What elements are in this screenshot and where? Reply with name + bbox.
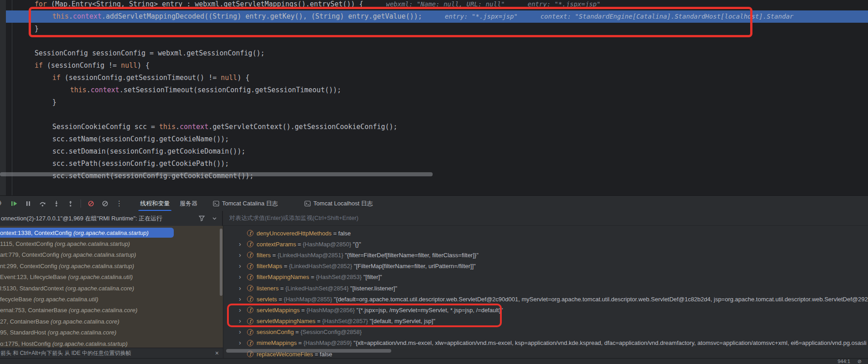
thread-selector[interactable]: onnection(2)-127.0.0.1"@1,969 在组"RMI Run… [0,211,223,226]
expand-chevron-icon[interactable]: › [239,251,246,258]
code-token: .setSessionTimeout(sessionConfig.getSess… [119,86,341,94]
frame-row[interactable]: 95, StandardHost (org.apache.catalina.co… [0,327,223,338]
variable-name: servletMappingNames [257,318,315,324]
variable-row[interactable]: ›ffilterMappingNames = {HashSet@2853} "[… [223,272,868,283]
tab-label: 线程和变量 [140,199,170,208]
code-line[interactable]: this.context.setSessionTimeout(sessionCo… [0,84,868,96]
code-line[interactable]: SessionCookieConfig scc = this.context.g… [0,121,868,133]
variable-type-ref: {HashMap@2856} [306,307,356,314]
frame-row[interactable]: Event:123, LifecycleBase (org.apache.cat… [0,272,223,283]
variable-name: servletMappings [257,307,300,314]
variable-row[interactable]: ›flisteners = {LinkedHashSet@2854} "[lis… [223,283,868,294]
variable-value: "{}" [353,241,361,248]
frames-vertical-scrollbar[interactable] [220,229,222,296]
variable-row[interactable]: ›ffilterMaps = {LinkedHashSet@2852} "[Fi… [223,261,868,272]
frame-row[interactable]: fecycleBase (org.apache.catalina.util) [0,294,223,304]
expand-chevron-icon[interactable]: › [239,284,246,291]
debug-tab-1[interactable]: 线程和变量 [135,196,175,211]
frame-row[interactable]: o:1775, HostConfig (org.apache.catalina.… [0,338,223,348]
view-breakpoints-button[interactable] [87,199,95,208]
expand-chevron-icon[interactable]: › [239,240,246,247]
variable-row[interactable]: ›fdenyUncoveredHttpMethods = false [223,228,868,239]
code-line[interactable]: } [0,23,868,35]
code-token: null [121,61,137,70]
expand-chevron-icon[interactable]: › [239,317,246,324]
field-icon: f [247,274,253,280]
frame-row[interactable]: nt:299, ContextConfig (org.apache.catali… [0,260,223,271]
ide-debug-window: for (Map.Entry<String, String> entry : w… [0,0,868,364]
expand-chevron-icon[interactable]: › [239,262,246,269]
variables-horizontal-scrollbar[interactable] [226,349,391,353]
caret-position[interactable]: 944:1 [838,359,850,364]
variable-name: filterMaps [257,263,282,269]
code-line[interactable]: SessionConfig sessionConfig = webxml.get… [0,47,868,60]
variable-row[interactable]: ›fservletMappings = {HashMap@2856} "{*.j… [223,304,868,315]
code-line[interactable]: if (sessionConfig.getSessionTimeout() !=… [0,72,868,84]
variable-row[interactable]: ›ffilters = {LinkedHashMap@2851} "{filte… [223,249,868,260]
debug-tab-2[interactable]: 服务器 [175,196,202,211]
code-line[interactable]: scc.setDomain(sessionConfig.getCookieDom… [0,145,868,158]
frame-row[interactable]: ernal:753, ContainerBase (org.apache.cat… [0,305,223,316]
step-into-button[interactable] [52,199,61,208]
frame-package: (org.apache.catalina.core) [69,307,137,314]
code-line[interactable]: } [0,96,868,109]
evaluate-expression-input[interactable]: 对表达式求值(Enter)或添加监视(Ctrl+Shift+Enter) [223,211,868,226]
mute-breakpoints-button[interactable] [101,199,109,208]
debug-tab-4[interactable]: Tomcat Localhost 日志 [299,196,378,211]
filter-icon[interactable] [198,215,205,222]
expand-chevron-icon[interactable]: › [239,328,246,335]
frame-row[interactable]: art:779, ContextConfig (org.apache.catal… [0,249,223,260]
code-line[interactable]: scc.setName(sessionConfig.getCookieName(… [0,133,868,145]
frame-row[interactable]: l:5130, StandardContext (org.apache.cata… [0,283,223,294]
code-token: } [52,98,56,106]
expand-chevron-icon[interactable]: › [239,306,246,313]
expand-chevron-icon[interactable]: › [239,339,246,346]
frame-package: (org.apache.catalina.core) [66,285,134,292]
frame-row[interactable]: ontext:1338, ContextConfig (org.apache.c… [0,227,223,238]
evaluate-placeholder: 对表达式求值(Enter)或添加监视(Ctrl+Shift+Enter) [229,214,358,222]
variable-value: "[FilterMap[filterName=filter, urlPatter… [354,263,476,269]
field-icon: f [247,252,253,258]
variable-type-ref: {LinkedHashMap@2851} [278,252,345,259]
variable-type-ref: {LinkedHashSet@2852} [289,263,354,269]
frame-row[interactable]: 1115, ContextConfig (org.apache.catalina… [0,238,223,249]
pause-button[interactable] [24,199,32,208]
code-line[interactable] [0,109,868,121]
variable-value: "{xlt=application/vnd.ms-excel, xlw=appl… [353,339,867,346]
code-line[interactable]: if (sessionConfig != null) { [0,60,868,72]
editor-horizontal-scrollbar[interactable] [0,172,433,176]
debug-tab-3[interactable]: Tomcat Catalina 日志 [208,196,283,211]
code-token: scc.setPath(sessionConfig.getCookiePath(… [52,160,229,168]
chevron-down-icon[interactable] [212,215,217,221]
variable-row[interactable]: ›fservlets = {HashMap@2855} "{default=or… [223,294,868,304]
code-token: this [52,12,69,20]
expand-chevron-icon[interactable]: › [239,295,246,302]
variable-row[interactable]: ›fmimeMappings = {HashMap@2859} "{xlt=ap… [223,338,868,349]
variable-name: mimeMappings [257,339,297,346]
close-icon[interactable]: × [215,350,219,356]
variable-row[interactable]: ›fservletMappingNames = {HashSet@2857} "… [223,316,868,327]
execution-line[interactable]: this.context.addServletMappingDecoded((S… [0,10,868,23]
variable-row[interactable]: ›fsessionConfig = {SessionConfig@2858} [223,327,868,338]
frame-location: nt:299, ContextConfig [0,263,59,269]
code-editor[interactable]: for (Map.Entry<String, String> entry : w… [0,0,868,195]
frame-location: ernal:753, ContainerBase [0,307,69,314]
more-options-button[interactable]: ⋮ [115,199,123,208]
code-line[interactable]: scc.setPath(sessionConfig.getCookiePath(… [0,158,868,170]
highlighting-level-icon[interactable]: ⊘ [858,359,862,364]
resume-button[interactable] [10,199,18,208]
step-over-button[interactable] [38,199,46,208]
step-out-button[interactable] [66,199,75,208]
variable-type-ref: {LinkedHashSet@2854} [285,285,350,292]
frame-package: (org.apache.catalina.util) [68,274,133,280]
code-line[interactable]: for (Map.Entry<String, String> entry : w… [0,0,868,10]
field-icon: f [247,285,253,291]
expand-chevron-icon[interactable]: › [239,273,246,280]
code-token: (sessionConfig != [43,61,121,70]
toolbar-separator [81,199,81,208]
variable-row[interactable]: ›fcontextParams = {HashMap@2850} "{}" [223,239,868,249]
code-line[interactable] [0,35,868,47]
frame-location: fecycleBase [0,296,34,303]
tab-label: Tomcat Catalina 日志 [222,199,278,208]
frame-row[interactable]: 27, ContainerBase (org.apache.catalina.c… [0,316,223,327]
